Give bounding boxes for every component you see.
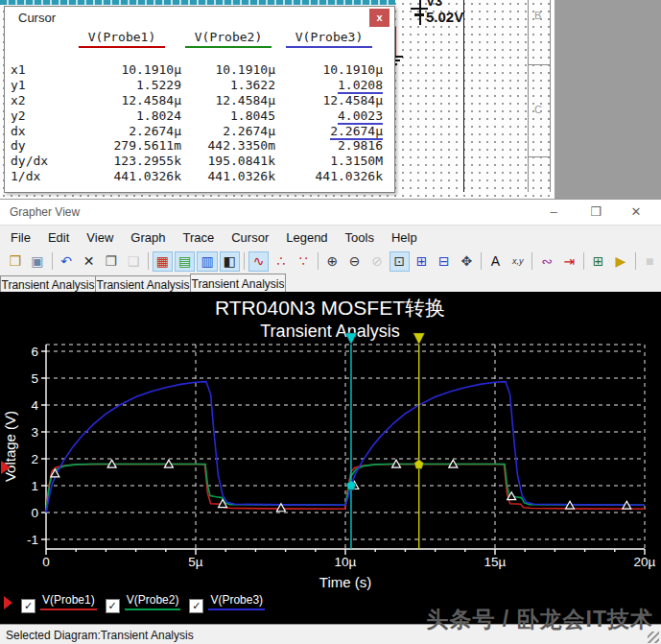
line-point-style-icon[interactable]: ∵ (294, 251, 314, 272)
tab-transient-analysis-2[interactable]: Transient Analysis (95, 275, 191, 292)
tab-transient-analysis-3[interactable]: Transient Analysis (190, 274, 286, 292)
cursor-value: 442.3350m (181, 138, 275, 154)
zoom-in-icon[interactable]: ⊕ (322, 251, 342, 272)
export-labview-icon[interactable]: ▶ (610, 251, 630, 272)
export-excel-icon[interactable]: ⊞ (588, 251, 608, 272)
zoom-horizontal-icon[interactable]: ⊞ (412, 251, 432, 272)
minimize-icon[interactable]: – (534, 200, 573, 225)
cursor-value: 279.5611m (62, 138, 181, 154)
save-icon[interactable]: ▣ (27, 251, 47, 272)
column-header-label: V(Probe2) (185, 30, 271, 48)
tab-transient-analysis-1[interactable]: Transient Analysis (0, 275, 96, 292)
x-tick-label: 20µ (634, 555, 656, 569)
show-cursors-icon[interactable]: ▥ (197, 251, 217, 272)
cursor-table-row: x110.1910µ10.1910µ10.1910µ (9, 62, 392, 78)
cursor-value: 123.2955k (62, 154, 181, 169)
schematic-canvas[interactable]: V3 5.02V B C Cursor x V(Probe1)V(Probe2)… (0, 0, 661, 199)
cursor-value: 1.5229 (62, 78, 181, 93)
row-label: dy (9, 138, 62, 154)
add-text-icon[interactable]: A (485, 251, 506, 272)
row-label: y1 (9, 78, 62, 93)
undo-icon[interactable]: ↶ (57, 251, 77, 272)
close-icon[interactable]: ✕ (617, 200, 655, 225)
toolbar-separator (481, 252, 482, 270)
spreadsheet-edge (0, 0, 395, 5)
tab-bar: Transient AnalysisTransient AnalysisTran… (0, 274, 661, 292)
x-axis-label: Time (s) (319, 574, 371, 590)
menu-help[interactable]: Help (383, 227, 426, 248)
column-header-label: V(Probe1) (79, 30, 165, 48)
cursor-value: 1.3622 (181, 78, 275, 93)
chart-area[interactable]: RTR040N3 MOSFET转换Transient Analysis-1012… (0, 292, 661, 624)
point-style-icon[interactable]: ∴ (271, 251, 291, 272)
zoom-select-icon[interactable]: ⊡ (390, 251, 410, 272)
y-tick-label: 2 (31, 452, 38, 466)
menu-bar: FileEditViewGraphTraceCursorLegendToolsH… (0, 225, 661, 249)
row-label: dx (9, 124, 62, 139)
menu-cursor[interactable]: Cursor (223, 227, 277, 248)
cursor-value: 1.0208 (275, 78, 383, 93)
show-legend-icon[interactable]: ▤ (175, 251, 195, 272)
legend-checkbox[interactable]: ✓ (21, 599, 35, 613)
cursor-table-row: 1/dx441.0326k441.0326k441.0326k (9, 169, 392, 184)
legend-item-vprobe2: ✓V(Probe2) (106, 593, 181, 613)
chart-canvas[interactable]: RTR040N3 MOSFET转换Transient Analysis-1012… (0, 292, 661, 624)
menu-trace[interactable]: Trace (174, 227, 223, 248)
menu-tools[interactable]: Tools (337, 227, 383, 248)
maximize-icon[interactable]: ❒ (577, 200, 615, 225)
close-icon[interactable]: x (369, 9, 390, 27)
open-icon[interactable]: ❒ (5, 251, 25, 272)
cursor-2-flag-icon[interactable] (413, 333, 425, 345)
cursor-table: V(Probe1)V(Probe2)V(Probe3)x110.1910µ10.… (9, 30, 392, 184)
cursor-value: 10.1910µ (62, 62, 181, 78)
menu-edit[interactable]: Edit (39, 227, 78, 248)
delete-icon[interactable]: ✕ (79, 251, 99, 272)
black-white-icon[interactable]: ◧ (220, 251, 240, 272)
legend-checkbox[interactable]: ✓ (189, 599, 203, 613)
column-header: V(Probe1) (62, 30, 181, 51)
zoom-vertical-icon[interactable]: ⊟ (434, 251, 454, 272)
cursor-value: 2.2674µ (62, 124, 181, 139)
battery-symbol (419, 0, 421, 25)
cursor-2[interactable] (413, 333, 425, 549)
menu-graph[interactable]: Graph (122, 227, 174, 248)
cursor-window-title: Cursor (18, 11, 56, 25)
copy-icon[interactable]: ❐ (101, 251, 121, 272)
xy-readout-icon[interactable]: x,y (508, 251, 528, 272)
menu-legend[interactable]: Legend (277, 227, 336, 248)
cursor-table-header: V(Probe1)V(Probe2)V(Probe3) (9, 30, 392, 51)
menu-file[interactable]: File (2, 227, 39, 248)
legend-checkbox[interactable]: ✓ (106, 599, 120, 613)
overlay-traces-icon[interactable]: ∾ (536, 251, 556, 272)
part-value: 5.02V (426, 9, 463, 25)
menu-view[interactable]: View (78, 227, 122, 248)
sheet-zone-letter: C (534, 104, 542, 115)
x-tick-label: 15µ (484, 555, 507, 569)
zoom-out-icon[interactable]: ⊖ (344, 251, 365, 272)
x-tick-label: 10µ (335, 555, 357, 569)
legend-item-vprobe1: ✓V(Probe1) (21, 593, 97, 613)
title-bar[interactable]: Grapher View – ❒ ✕ (0, 200, 661, 225)
sheet-zone-letter: B (534, 10, 541, 21)
grapher-window: Grapher View – ❒ ✕ FileEditViewGraphTrac… (0, 199, 661, 644)
cursor-value: 10.1910µ (275, 62, 383, 78)
chart-subtitle: Transient Analysis (260, 322, 399, 341)
row-label: y2 (9, 108, 62, 124)
toolbar: ❒▣↶✕❐❑▦▤▥◧∿∴∵⊕⊖⊘⊡⊞⊟✥Ax,y∾⇥⊞▶■ (0, 249, 661, 274)
cursor-value: 441.0326k (275, 169, 383, 184)
export-icon[interactable]: ⇥ (559, 251, 579, 272)
part-label: V3 (426, 0, 442, 9)
x-tick-label: 0 (42, 555, 50, 569)
pan-icon[interactable]: ✥ (457, 251, 477, 272)
cursor-1[interactable] (345, 333, 357, 549)
cursor-value: 1.8024 (62, 108, 181, 124)
y-tick-label: -1 (27, 533, 38, 547)
show-grid-icon[interactable]: ▦ (153, 251, 173, 272)
cursor-window: Cursor x V(Probe1)V(Probe2)V(Probe3)x110… (4, 6, 395, 193)
cursor-2-intersect-marker (414, 459, 424, 468)
toolbar-separator (148, 252, 149, 270)
y-tick-label: 5 (31, 371, 38, 386)
y-tick-label: 4 (31, 398, 38, 413)
line-style-icon[interactable]: ∿ (248, 251, 269, 272)
column-header: V(Probe3) (275, 30, 383, 51)
